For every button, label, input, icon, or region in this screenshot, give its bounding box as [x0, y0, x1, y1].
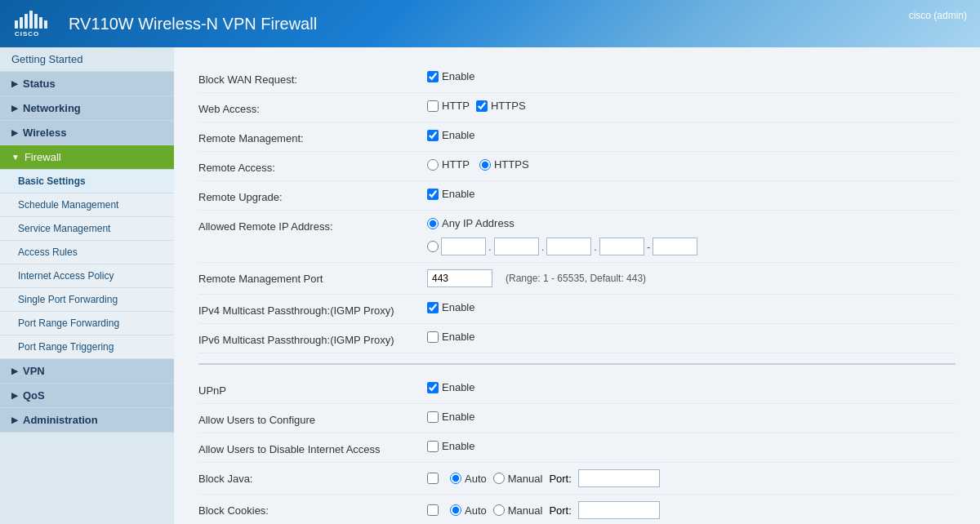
- svg-rect-2: [24, 14, 28, 29]
- svg-text:CISCO: CISCO: [15, 30, 39, 38]
- block-java-label: Block Java:: [198, 469, 427, 485]
- main-layout: Getting Started ▶ Status ▶ Networking ▶ …: [0, 47, 980, 524]
- sidebar-item-port-range-forwarding[interactable]: Port Range Forwarding: [0, 312, 174, 335]
- any-ip-radio[interactable]: [427, 218, 439, 229]
- svg-rect-3: [29, 11, 33, 29]
- specific-ip-radio[interactable]: [427, 241, 439, 252]
- sidebar-label: Port Range Triggering: [18, 341, 114, 353]
- sidebar-label: Service Management: [18, 223, 110, 234]
- sidebar-item-networking[interactable]: ▶ Networking: [0, 96, 174, 121]
- sidebar-item-wireless[interactable]: ▶ Wireless: [0, 121, 174, 145]
- block-java-auto-label[interactable]: Auto: [450, 473, 487, 485]
- remote-access-http-radio[interactable]: [427, 159, 439, 171]
- block-cookies-main-checkbox[interactable]: [427, 504, 439, 516]
- block-cookies-port-label: Port:: [549, 504, 571, 517]
- block-java-port-input[interactable]: [578, 469, 660, 487]
- arrow-icon: ▶: [11, 391, 18, 400]
- svg-rect-4: [34, 14, 38, 29]
- web-access-https-checkbox[interactable]: [476, 100, 488, 112]
- remote-management-port-row: Remote Management Port (Range: 1 - 65535…: [198, 263, 956, 295]
- allow-users-configure-label: Allow Users to Configure: [198, 411, 427, 426]
- remote-access-https-radio[interactable]: [479, 159, 491, 171]
- block-cookies-manual-label[interactable]: Manual: [493, 504, 543, 517]
- allow-users-configure-checkbox[interactable]: [427, 411, 439, 423]
- arrow-icon: ▶: [11, 79, 18, 88]
- remote-upgrade-control: Enable: [427, 188, 474, 200]
- sidebar: Getting Started ▶ Status ▶ Networking ▶ …: [0, 47, 174, 524]
- upnp-enable-label[interactable]: Enable: [427, 381, 474, 393]
- block-java-manual-label[interactable]: Manual: [493, 473, 543, 485]
- sidebar-label: Firewall: [24, 151, 61, 163]
- block-cookies-row: Block Cookies: Auto Manual Port:: [198, 495, 956, 524]
- block-java-row: Block Java: Auto Manual Port:: [198, 463, 956, 495]
- block-cookies-manual-radio[interactable]: [493, 504, 505, 516]
- sidebar-item-status[interactable]: ▶ Status: [0, 72, 174, 96]
- remote-management-label: Remote Management:: [198, 129, 427, 144]
- sidebar-item-service-management[interactable]: Service Management: [0, 217, 174, 241]
- block-wan-request-row: Block WAN Request: Enable: [198, 64, 956, 93]
- remote-management-enable-label[interactable]: Enable: [427, 129, 474, 141]
- arrow-icon: ▶: [11, 366, 18, 375]
- sidebar-item-basic-settings[interactable]: Basic Settings: [0, 170, 174, 193]
- sidebar-item-qos[interactable]: ▶ QoS: [0, 384, 174, 408]
- block-java-manual-radio[interactable]: [493, 473, 505, 484]
- ipv4-multicast-row: IPv4 Multicast Passthrough:(IGMP Proxy) …: [198, 295, 956, 324]
- web-access-http-checkbox[interactable]: [427, 100, 439, 112]
- ip-field-1[interactable]: [441, 238, 486, 255]
- block-wan-control: Enable: [427, 70, 474, 82]
- sidebar-item-getting-started[interactable]: Getting Started: [0, 47, 174, 72]
- remote-management-control: Enable: [427, 129, 474, 141]
- any-ip-label[interactable]: Any IP Address: [427, 217, 514, 229]
- ipv4-multicast-label: IPv4 Multicast Passthrough:(IGMP Proxy): [198, 301, 427, 317]
- web-access-label: Web Access:: [198, 100, 427, 115]
- sidebar-item-firewall[interactable]: ▼ Firewall: [0, 145, 174, 170]
- ip-field-4[interactable]: [599, 238, 644, 255]
- allow-users-disable-row: Allow Users to Disable Internet Access E…: [198, 433, 956, 463]
- block-cookies-auto-label[interactable]: Auto: [450, 504, 487, 517]
- allow-users-disable-checkbox[interactable]: [427, 441, 439, 452]
- ip-field-2[interactable]: [494, 238, 539, 255]
- block-java-auto-radio[interactable]: [450, 473, 461, 484]
- ipv6-multicast-checkbox[interactable]: [427, 331, 439, 343]
- remote-upgrade-row: Remote Upgrade: Enable: [198, 181, 956, 211]
- remote-upgrade-enable-label[interactable]: Enable: [427, 188, 474, 200]
- sidebar-item-vpn[interactable]: ▶ VPN: [0, 359, 174, 384]
- block-cookies-auto-radio[interactable]: [450, 504, 461, 516]
- sidebar-item-internet-access-policy[interactable]: Internet Access Policy: [0, 264, 174, 288]
- sidebar-item-administration[interactable]: ▶ Administration: [0, 408, 174, 433]
- sidebar-label: Schedule Management: [18, 199, 118, 211]
- sidebar-label: Status: [23, 78, 56, 90]
- sidebar-item-single-port-forwarding[interactable]: Single Port Forwarding: [0, 288, 174, 312]
- remote-mgmt-port-hint: (Range: 1 - 65535, Default: 443): [506, 273, 646, 284]
- allow-users-disable-enable-label[interactable]: Enable: [427, 440, 474, 452]
- block-java-main-checkbox[interactable]: [427, 473, 439, 484]
- sidebar-label: QoS: [23, 389, 45, 402]
- arrow-icon: ▶: [11, 128, 18, 137]
- ip-field-5[interactable]: [653, 238, 697, 255]
- arrow-icon: ▶: [11, 415, 18, 424]
- remote-upgrade-checkbox[interactable]: [427, 189, 439, 200]
- block-wan-checkbox[interactable]: [427, 71, 439, 82]
- block-wan-enable-label[interactable]: Enable: [427, 70, 474, 82]
- block-cookies-label: Block Cookies:: [198, 501, 427, 517]
- main-content: Block WAN Request: Enable Web Access: HT…: [174, 47, 980, 524]
- sidebar-item-access-rules[interactable]: Access Rules: [0, 241, 174, 264]
- block-cookies-port-input[interactable]: [578, 501, 660, 519]
- remote-management-checkbox[interactable]: [427, 130, 439, 141]
- ipv6-multicast-enable-label[interactable]: Enable: [427, 331, 474, 343]
- sidebar-item-port-range-triggering[interactable]: Port Range Triggering: [0, 335, 174, 359]
- web-access-http-label[interactable]: HTTP: [427, 100, 470, 112]
- remote-access-https-label[interactable]: HTTPS: [479, 158, 529, 171]
- allow-users-configure-control: Enable: [427, 411, 474, 423]
- ipv4-multicast-enable-label[interactable]: Enable: [427, 301, 474, 313]
- remote-access-http-label[interactable]: HTTP: [427, 158, 470, 171]
- web-access-https-label[interactable]: HTTPS: [476, 100, 526, 112]
- sidebar-label: Single Port Forwarding: [18, 294, 118, 305]
- ip-field-3[interactable]: [546, 238, 591, 255]
- allow-users-configure-enable-label[interactable]: Enable: [427, 411, 474, 423]
- upnp-checkbox[interactable]: [427, 382, 439, 393]
- header: CISCO RV110W Wireless-N VPN Firewall cis…: [0, 0, 980, 47]
- ipv4-multicast-checkbox[interactable]: [427, 302, 439, 313]
- remote-mgmt-port-input[interactable]: [427, 269, 492, 287]
- sidebar-item-schedule-management[interactable]: Schedule Management: [0, 193, 174, 217]
